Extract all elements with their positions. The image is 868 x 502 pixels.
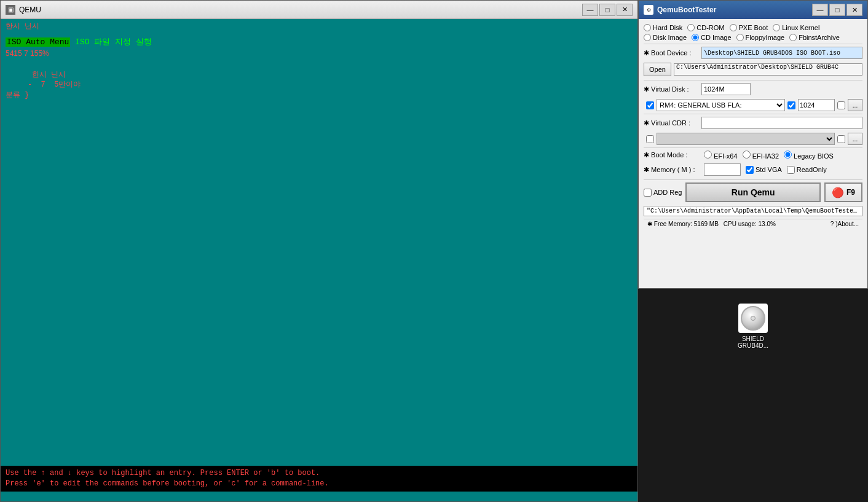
- qemu-maximize-btn[interactable]: □: [599, 4, 615, 16]
- icon-image-disc: [738, 304, 768, 333]
- rm4-select[interactable]: RM4: GENERAL USB FLA:: [657, 99, 785, 111]
- radio-linux-kernel[interactable]: [773, 24, 780, 31]
- qemu-window-controls: — □ ✕: [582, 4, 633, 16]
- add-reg-checkbox[interactable]: [644, 189, 652, 197]
- readonly-checkbox[interactable]: [787, 166, 795, 174]
- open-path-row: Open C:\Users\Administrator\Desktop\SHIE…: [644, 63, 862, 76]
- radio-fbinst-archive[interactable]: [789, 34, 797, 41]
- status-bar: ✱ Free Memory: 5169 MB CPU usage: 13.0% …: [644, 219, 862, 229]
- label-fbinst-archive[interactable]: FbinstArchive: [789, 34, 840, 41]
- boot-mode-label: ✱ Boot Mode :: [644, 151, 699, 159]
- qemu-close-btn[interactable]: ✕: [617, 4, 633, 16]
- about-link[interactable]: ? )About...: [831, 221, 859, 227]
- rm4-row: RM4: GENERAL USB FLA: ...: [644, 99, 862, 111]
- tester-title: QemuBootTester: [657, 6, 812, 14]
- cdr-select[interactable]: [657, 133, 835, 145]
- label-cd-rom[interactable]: CD-ROM: [687, 24, 724, 31]
- tester-content: Hard Disk CD-ROM PXE Boot Linux Kernel D…: [639, 19, 867, 288]
- f9-btn[interactable]: 🔴 F9: [824, 182, 862, 202]
- label-efi-x64[interactable]: EFI-x64: [704, 151, 738, 160]
- action-row: ADD Reg Run Qemu 🔴 F9: [644, 182, 862, 202]
- desktop-icon-shield-grub4d[interactable]: SHIELD GRUB4D...: [735, 301, 771, 351]
- rm4-num-checkbox[interactable]: [787, 101, 795, 109]
- disc-hole: [751, 316, 756, 321]
- tester-close-btn[interactable]: ✕: [846, 4, 862, 16]
- boot-device-input[interactable]: [701, 47, 862, 59]
- virtual-disk-input[interactable]: [701, 83, 751, 95]
- qemu-header-line1: 한시 닌시: [6, 22, 633, 32]
- virtual-disk-row: ✱ Virtual Disk :: [644, 83, 862, 95]
- label-add-reg[interactable]: ADD Reg: [644, 189, 682, 197]
- terminal-line-1: 한시 닌시: [6, 70, 633, 80]
- qemu-screen[interactable]: 한시 닌시 ISO Auto Menu ISO 파일 지정 실행 5415 7 …: [1, 19, 637, 501]
- radio-cd-image[interactable]: [692, 34, 699, 41]
- cdr-extra-checkbox[interactable]: [837, 135, 845, 143]
- status-line-area: 5415 7 155%: [1, 47, 637, 60]
- qemu-title: QEMU: [19, 6, 582, 14]
- radio-hard-disk[interactable]: [644, 24, 651, 31]
- path-display: C:\Users\Administrator\Desktop\SHIELD GR…: [674, 63, 862, 76]
- menu-items: ISO 파일 지정 실행: [75, 37, 152, 47]
- label-linux-kernel[interactable]: Linux Kernel: [773, 24, 819, 31]
- bottom-line-1: Use the ↑ and ↓ keys to highlight an ent…: [6, 468, 633, 479]
- label-std-vga[interactable]: Std VGA: [746, 166, 782, 174]
- icon-label: SHIELD GRUB4D...: [738, 335, 768, 349]
- boot-type-row1: Hard Disk CD-ROM PXE Boot Linux Kernel: [644, 24, 862, 31]
- desktop-area: SHIELD GRUB4D...: [638, 289, 868, 502]
- qemu-menu-area: ISO Auto Menu ISO 파일 지정 실행: [1, 33, 637, 47]
- cdr-sub-row: ...: [644, 133, 862, 145]
- qemu-header: 한시 닌시: [1, 19, 637, 33]
- divider-3: [644, 114, 862, 114]
- run-qemu-btn[interactable]: Run Qemu: [685, 182, 821, 202]
- memory-input[interactable]: 1000: [704, 163, 741, 176]
- boot-mode-row: ✱ Boot Mode : EFI-x64 EFI-IA32 Legacy BI…: [644, 151, 862, 160]
- divider-1: [644, 44, 862, 44]
- label-hard-disk[interactable]: Hard Disk: [644, 24, 682, 31]
- tester-minimize-btn[interactable]: —: [812, 4, 828, 16]
- memory-row: ✱ Memory ( M ) : 1000 Std VGA ReadOnly: [644, 163, 862, 176]
- label-floppy-image[interactable]: FloppyImage: [736, 34, 785, 41]
- tester-window-controls: — □ ✕: [812, 4, 862, 16]
- open-btn[interactable]: Open: [644, 63, 671, 76]
- radio-cd-rom[interactable]: [687, 24, 695, 31]
- qemu-bottom-bar: Use the ↑ and ↓ keys to highlight an ent…: [1, 466, 637, 492]
- boot-type-row2: Disk Image CD Image FloppyImage FbinstAr…: [644, 34, 862, 41]
- label-cd-image[interactable]: CD Image: [692, 34, 732, 41]
- terminal-line-3: 분류 }: [6, 90, 633, 101]
- radio-disk-image[interactable]: [644, 34, 651, 41]
- tester-titlebar: ⚙ QemuBootTester — □ ✕: [639, 1, 867, 19]
- rm4-checkbox[interactable]: [646, 101, 654, 109]
- menu-highlight: ISO Auto Menu: [6, 37, 70, 47]
- cdr-ellipsis-btn[interactable]: ...: [848, 133, 862, 145]
- label-pxe-boot[interactable]: PXE Boot: [730, 24, 768, 31]
- qemu-minimize-btn[interactable]: —: [582, 4, 598, 16]
- memory-label: ✱ Memory ( M ) :: [644, 166, 699, 174]
- bottom-line-2: Press 'e' to edit the commands before bo…: [6, 479, 633, 489]
- label-readonly[interactable]: ReadOnly: [787, 166, 827, 174]
- rm4-extra-checkbox[interactable]: [837, 101, 845, 109]
- qemu-window: ▣ QEMU — □ ✕ 한시 닌시 ISO Auto Menu ISO 파일 …: [0, 0, 638, 502]
- cmd-line: "C:\Users\Administrator\AppData\Local\Te…: [644, 206, 862, 216]
- divider-2: [644, 80, 862, 80]
- tester-maximize-btn[interactable]: □: [829, 4, 845, 16]
- cdr-checkbox[interactable]: [646, 135, 654, 143]
- virtual-cdr-row: ✱ Virtual CDR :: [644, 117, 862, 129]
- qemu-menu-selected: ISO Auto Menu ISO 파일 지정 실행: [6, 36, 152, 47]
- free-memory-status: ✱ Free Memory: 5169 MB: [647, 221, 719, 227]
- label-legacy-bios[interactable]: Legacy BIOS: [784, 151, 834, 160]
- qemu-app-icon: ▣: [6, 5, 15, 15]
- radio-efi-x64[interactable]: [704, 151, 712, 159]
- qemu-terminal[interactable]: 한시 닌시 - 7 5만이야 분류 }: [1, 60, 637, 466]
- label-disk-image[interactable]: Disk Image: [644, 34, 687, 41]
- radio-floppy-image[interactable]: [736, 34, 744, 41]
- virtual-cdr-input[interactable]: [701, 117, 862, 129]
- rm4-num-input[interactable]: [798, 99, 835, 111]
- radio-pxe-boot[interactable]: [730, 24, 737, 31]
- qemu-scrollbar[interactable]: [1, 492, 637, 501]
- radio-efi-ia32[interactable]: [743, 151, 751, 159]
- radio-legacy-bios[interactable]: [784, 151, 792, 159]
- label-efi-ia32[interactable]: EFI-IA32: [743, 151, 779, 160]
- std-vga-checkbox[interactable]: [746, 166, 754, 174]
- status-line: 5415 7 155%: [6, 49, 633, 59]
- rm4-ellipsis-btn[interactable]: ...: [848, 99, 862, 111]
